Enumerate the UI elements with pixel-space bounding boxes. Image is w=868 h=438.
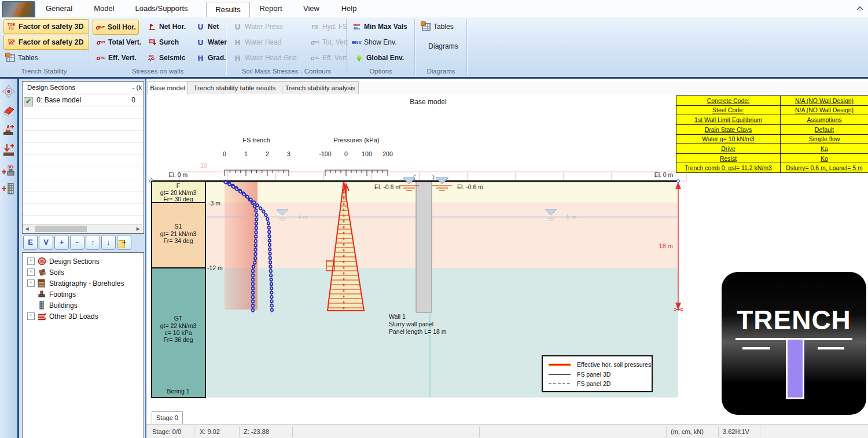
move-down-button[interactable]: ↓ [101,235,116,250]
el-0-left: El. 0 m [169,171,188,178]
app-logo-icon[interactable] [2,1,35,18]
add-copy-button[interactable]: + [117,235,131,250]
el-minus-12: -12 m [207,264,223,271]
factor-of-safety-3d-button[interactable]: TOEFS Factor of safety 3D [3,19,89,34]
tree-item-footings[interactable]: Footings [23,289,144,300]
menu-loads-supports[interactable]: Loads/Supports [130,3,193,14]
tables-icon [421,22,431,31]
tree-item-buildings[interactable]: Buildings [23,300,144,311]
diagrams-tables-button[interactable]: Tables [419,20,456,34]
empty-row [23,155,144,167]
surch-button[interactable]: Surch [145,35,181,49]
trench-logo-text: TRENCH [722,304,866,336]
add-load-icon[interactable] [2,142,16,156]
water-head-button[interactable]: H Water Head [230,35,284,49]
remove-button[interactable]: - [70,235,84,250]
svg-text:-100: -100 [319,150,331,157]
el-minus-3: -3 m [208,200,220,207]
menu-results-active[interactable]: Results [206,2,250,18]
scroll-right-arrow[interactable]: ▶ [134,224,142,233]
menu-help[interactable]: Help [334,3,363,14]
logo-dash-right [818,347,844,349]
boring-column[interactable]: F gt= 20 kN/m3 Fr= 30 deg S1 gt= 21 kN/m… [152,181,205,397]
menu-report[interactable]: Report [253,3,289,14]
hyd-fs-button[interactable]: F̲S̲ Hyd. FS [308,20,350,34]
net-hor-button[interactable]: Net Hor. [145,20,188,34]
tree-item-other-3d-loads[interactable]: + Other 3D Loads [23,311,144,322]
factor-of-safety-2d-button[interactable]: TOEFS Factor of safety 2D [3,35,89,50]
stage-0-tab[interactable]: Stage 0 [152,411,183,424]
tab-trench-stability-analysis[interactable]: Trench stability analysis [282,81,359,94]
total-vert-button[interactable]: σVT Total Vert. [94,35,144,49]
tab-base-model[interactable]: Base model [148,81,187,95]
list-header-col2: - (k [132,82,144,94]
check-icon[interactable]: ✔ [24,97,33,106]
menu-view[interactable]: View [297,3,326,14]
status-z-coord: Z: -23.88 [244,427,269,436]
status-bar: Stage: 0/0 X: 9.02 Z: -23.88 (m, cm, kN)… [146,424,868,438]
add-surcharge-icon[interactable] [2,123,16,137]
tab-trench-stability-table-results[interactable]: Trench stability table results [187,81,282,94]
view-button[interactable]: V [39,235,53,250]
net-button[interactable]: U Net [193,20,221,34]
sigma-gray-icon: σVE [310,53,320,62]
left-panel: Design Sections - (k ✔ 0: Base model 0 ◀… [19,79,145,438]
scroll-left-arrow[interactable]: ◀ [23,224,31,233]
collapse-ribbon-icon[interactable] [855,5,865,13]
show-env-button[interactable]: ENV Show Env. [350,35,399,49]
min-max-vals-button[interactable]: MaxMin Min Max Vals [350,20,410,34]
table-row: Water g= 10 kN/m3Simple flow [676,134,868,144]
eff-vert-button[interactable]: σVE Eff. Vert. [94,51,139,65]
max-min-icon: MaxMin [352,22,362,31]
menu-model[interactable]: Model [87,3,122,14]
move-up-button[interactable]: ↑ [86,235,100,250]
table-row: 1st Wall Limit EquilibriumAssumptions [676,115,868,125]
horizontal-scrollbar[interactable]: ◀ ▶ [23,224,142,233]
empty-row [23,143,144,155]
surcharge-icon [147,38,157,47]
soil-hor-button[interactable]: σHT Soil Hor. [93,20,139,35]
eff-vert-contour-button[interactable]: σVE Eff. Vert [308,51,349,65]
expand-icon[interactable]: + [27,257,35,265]
water-button[interactable]: U Water [193,35,229,49]
menu-general[interactable]: General [41,3,78,14]
sigma-ve-icon: σVE [96,53,106,62]
pan-tool-icon[interactable] [2,84,16,98]
diagrams-button[interactable]: Diagrams [418,39,469,53]
trench-tables-button[interactable]: Tables [3,51,41,65]
add-button[interactable]: + [54,235,69,250]
water-head-grid-button[interactable]: H Water Head Grid [230,51,299,65]
legend-fs-panel-2d: FS panel 2D [577,380,611,387]
svg-text:Panel length L= 18 m: Panel length L= 18 m [389,328,447,335]
add-building-icon[interactable] [2,182,16,196]
seismic-button[interactable]: EQ Seismic [145,51,187,65]
tree-item-stratigraphy[interactable]: + Stratigraphy - Boreholes [23,278,144,289]
expand-icon[interactable]: + [27,279,35,287]
el-wall-right: El. -0.6 m [457,183,483,190]
scrollbar-thumb[interactable] [35,226,87,232]
tot-vert-contour-button[interactable]: σVT Tot. Vert [308,35,350,49]
tree-item-design-sections[interactable]: + S Design Sections [23,256,144,267]
svg-text:200: 200 [382,150,393,157]
table-row: ResistKo [676,153,868,163]
legend-fs-panel-3d: FS panel 3D [577,371,611,378]
empty-row [23,204,144,216]
tree-item-soils[interactable]: + Soils [23,267,144,278]
expand-icon[interactable]: + [27,312,35,320]
group-caption-diagrams: Diagrams [415,67,466,76]
svg-text:S1: S1 [175,223,182,230]
edit-button[interactable]: E [23,235,38,250]
water-press-button[interactable]: U Water Press [230,20,285,34]
seismic-eq-icon: EQ [147,53,157,62]
global-env-button[interactable]: Global Env. [352,51,406,65]
grad-button[interactable]: H Grad. [193,51,228,65]
expand-icon[interactable]: + [27,268,35,276]
section-row-value: 0 [131,94,135,106]
add-3d-load-icon[interactable]: 3D [2,163,16,177]
section-row-base-model[interactable]: ✔ 0: Base model 0 [23,94,144,106]
app-window: General Model Loads/Supports Results Rep… [0,0,868,438]
eraser-icon[interactable] [2,104,16,118]
svg-text:EQ: EQ [149,54,154,58]
document-tab-bar: Base model Trench stability table result… [146,81,868,95]
svg-text:2: 2 [266,150,269,157]
